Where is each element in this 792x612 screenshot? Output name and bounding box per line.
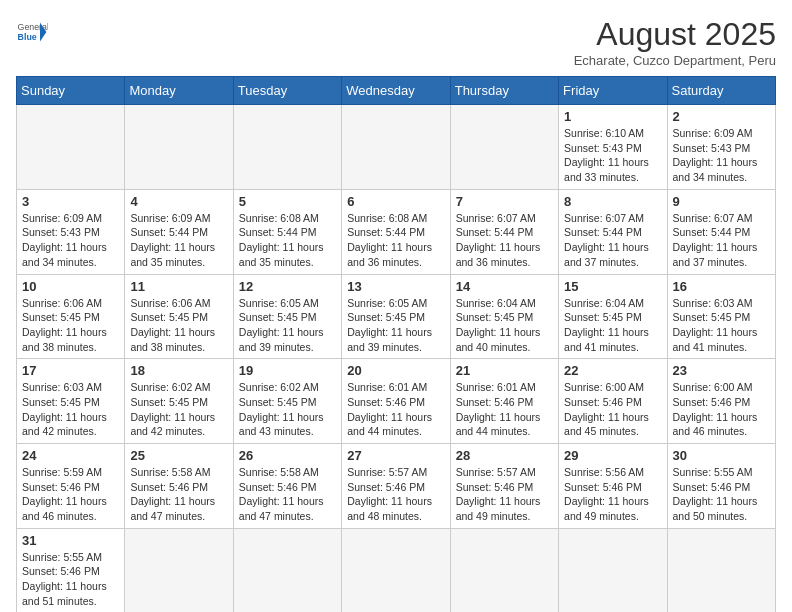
day-detail: Sunrise: 6:08 AM Sunset: 5:44 PM Dayligh… [347, 211, 444, 270]
day-detail: Sunrise: 6:05 AM Sunset: 5:45 PM Dayligh… [347, 296, 444, 355]
day-number: 13 [347, 279, 444, 294]
day-number: 31 [22, 533, 119, 548]
weekday-header-sunday: Sunday [17, 77, 125, 105]
calendar-cell [342, 105, 450, 190]
day-number: 28 [456, 448, 553, 463]
calendar-cell: 25Sunrise: 5:58 AM Sunset: 5:46 PM Dayli… [125, 444, 233, 529]
day-detail: Sunrise: 6:06 AM Sunset: 5:45 PM Dayligh… [130, 296, 227, 355]
day-detail: Sunrise: 5:55 AM Sunset: 5:46 PM Dayligh… [22, 550, 119, 609]
day-number: 12 [239, 279, 336, 294]
day-detail: Sunrise: 5:59 AM Sunset: 5:46 PM Dayligh… [22, 465, 119, 524]
calendar-cell: 29Sunrise: 5:56 AM Sunset: 5:46 PM Dayli… [559, 444, 667, 529]
day-detail: Sunrise: 6:01 AM Sunset: 5:46 PM Dayligh… [456, 380, 553, 439]
day-number: 5 [239, 194, 336, 209]
calendar-cell: 24Sunrise: 5:59 AM Sunset: 5:46 PM Dayli… [17, 444, 125, 529]
day-detail: Sunrise: 6:06 AM Sunset: 5:45 PM Dayligh… [22, 296, 119, 355]
day-detail: Sunrise: 6:02 AM Sunset: 5:45 PM Dayligh… [239, 380, 336, 439]
calendar-cell [125, 528, 233, 612]
day-number: 24 [22, 448, 119, 463]
calendar-cell: 5Sunrise: 6:08 AM Sunset: 5:44 PM Daylig… [233, 189, 341, 274]
day-detail: Sunrise: 6:00 AM Sunset: 5:46 PM Dayligh… [673, 380, 770, 439]
calendar-table: SundayMondayTuesdayWednesdayThursdayFrid… [16, 76, 776, 612]
calendar-cell: 7Sunrise: 6:07 AM Sunset: 5:44 PM Daylig… [450, 189, 558, 274]
day-number: 23 [673, 363, 770, 378]
day-detail: Sunrise: 6:09 AM Sunset: 5:43 PM Dayligh… [22, 211, 119, 270]
svg-text:Blue: Blue [18, 32, 37, 42]
calendar-cell: 11Sunrise: 6:06 AM Sunset: 5:45 PM Dayli… [125, 274, 233, 359]
calendar-cell: 28Sunrise: 5:57 AM Sunset: 5:46 PM Dayli… [450, 444, 558, 529]
location-subtitle: Echarate, Cuzco Department, Peru [574, 53, 776, 68]
calendar-cell: 12Sunrise: 6:05 AM Sunset: 5:45 PM Dayli… [233, 274, 341, 359]
calendar-week-row: 24Sunrise: 5:59 AM Sunset: 5:46 PM Dayli… [17, 444, 776, 529]
day-detail: Sunrise: 6:01 AM Sunset: 5:46 PM Dayligh… [347, 380, 444, 439]
day-detail: Sunrise: 5:58 AM Sunset: 5:46 PM Dayligh… [130, 465, 227, 524]
calendar-week-row: 3Sunrise: 6:09 AM Sunset: 5:43 PM Daylig… [17, 189, 776, 274]
day-number: 2 [673, 109, 770, 124]
day-detail: Sunrise: 6:10 AM Sunset: 5:43 PM Dayligh… [564, 126, 661, 185]
calendar-week-row: 10Sunrise: 6:06 AM Sunset: 5:45 PM Dayli… [17, 274, 776, 359]
day-number: 21 [456, 363, 553, 378]
weekday-header-monday: Monday [125, 77, 233, 105]
weekday-header-friday: Friday [559, 77, 667, 105]
calendar-cell: 30Sunrise: 5:55 AM Sunset: 5:46 PM Dayli… [667, 444, 775, 529]
calendar-cell: 3Sunrise: 6:09 AM Sunset: 5:43 PM Daylig… [17, 189, 125, 274]
day-detail: Sunrise: 6:03 AM Sunset: 5:45 PM Dayligh… [22, 380, 119, 439]
calendar-cell: 23Sunrise: 6:00 AM Sunset: 5:46 PM Dayli… [667, 359, 775, 444]
day-number: 19 [239, 363, 336, 378]
logo: General Blue [16, 16, 48, 48]
day-number: 18 [130, 363, 227, 378]
day-number: 9 [673, 194, 770, 209]
day-number: 4 [130, 194, 227, 209]
calendar-cell: 21Sunrise: 6:01 AM Sunset: 5:46 PM Dayli… [450, 359, 558, 444]
calendar-cell [450, 105, 558, 190]
calendar-cell: 8Sunrise: 6:07 AM Sunset: 5:44 PM Daylig… [559, 189, 667, 274]
calendar-cell: 22Sunrise: 6:00 AM Sunset: 5:46 PM Dayli… [559, 359, 667, 444]
day-detail: Sunrise: 6:05 AM Sunset: 5:45 PM Dayligh… [239, 296, 336, 355]
day-detail: Sunrise: 5:57 AM Sunset: 5:46 PM Dayligh… [456, 465, 553, 524]
day-number: 3 [22, 194, 119, 209]
weekday-header-tuesday: Tuesday [233, 77, 341, 105]
calendar-cell [17, 105, 125, 190]
day-detail: Sunrise: 6:09 AM Sunset: 5:44 PM Dayligh… [130, 211, 227, 270]
day-detail: Sunrise: 6:02 AM Sunset: 5:45 PM Dayligh… [130, 380, 227, 439]
calendar-week-row: 17Sunrise: 6:03 AM Sunset: 5:45 PM Dayli… [17, 359, 776, 444]
day-number: 7 [456, 194, 553, 209]
day-detail: Sunrise: 6:09 AM Sunset: 5:43 PM Dayligh… [673, 126, 770, 185]
calendar-cell: 10Sunrise: 6:06 AM Sunset: 5:45 PM Dayli… [17, 274, 125, 359]
calendar-cell: 6Sunrise: 6:08 AM Sunset: 5:44 PM Daylig… [342, 189, 450, 274]
day-detail: Sunrise: 6:08 AM Sunset: 5:44 PM Dayligh… [239, 211, 336, 270]
calendar-cell: 9Sunrise: 6:07 AM Sunset: 5:44 PM Daylig… [667, 189, 775, 274]
day-number: 30 [673, 448, 770, 463]
calendar-week-row: 31Sunrise: 5:55 AM Sunset: 5:46 PM Dayli… [17, 528, 776, 612]
calendar-cell: 15Sunrise: 6:04 AM Sunset: 5:45 PM Dayli… [559, 274, 667, 359]
day-number: 29 [564, 448, 661, 463]
weekday-header-thursday: Thursday [450, 77, 558, 105]
calendar-cell: 13Sunrise: 6:05 AM Sunset: 5:45 PM Dayli… [342, 274, 450, 359]
calendar-cell [233, 528, 341, 612]
day-detail: Sunrise: 5:56 AM Sunset: 5:46 PM Dayligh… [564, 465, 661, 524]
calendar-cell [342, 528, 450, 612]
calendar-cell: 31Sunrise: 5:55 AM Sunset: 5:46 PM Dayli… [17, 528, 125, 612]
day-detail: Sunrise: 6:04 AM Sunset: 5:45 PM Dayligh… [456, 296, 553, 355]
day-number: 1 [564, 109, 661, 124]
calendar-cell [125, 105, 233, 190]
day-number: 16 [673, 279, 770, 294]
day-number: 8 [564, 194, 661, 209]
calendar-cell: 2Sunrise: 6:09 AM Sunset: 5:43 PM Daylig… [667, 105, 775, 190]
day-number: 10 [22, 279, 119, 294]
day-detail: Sunrise: 6:07 AM Sunset: 5:44 PM Dayligh… [564, 211, 661, 270]
weekday-header-row: SundayMondayTuesdayWednesdayThursdayFrid… [17, 77, 776, 105]
calendar-cell: 16Sunrise: 6:03 AM Sunset: 5:45 PM Dayli… [667, 274, 775, 359]
day-number: 22 [564, 363, 661, 378]
calendar-cell: 17Sunrise: 6:03 AM Sunset: 5:45 PM Dayli… [17, 359, 125, 444]
title-area: August 2025 Echarate, Cuzco Department, … [574, 16, 776, 68]
calendar-cell: 18Sunrise: 6:02 AM Sunset: 5:45 PM Dayli… [125, 359, 233, 444]
day-detail: Sunrise: 5:57 AM Sunset: 5:46 PM Dayligh… [347, 465, 444, 524]
calendar-cell [667, 528, 775, 612]
calendar-cell [233, 105, 341, 190]
weekday-header-wednesday: Wednesday [342, 77, 450, 105]
calendar-cell: 26Sunrise: 5:58 AM Sunset: 5:46 PM Dayli… [233, 444, 341, 529]
calendar-cell [559, 528, 667, 612]
calendar-cell: 27Sunrise: 5:57 AM Sunset: 5:46 PM Dayli… [342, 444, 450, 529]
calendar-cell: 19Sunrise: 6:02 AM Sunset: 5:45 PM Dayli… [233, 359, 341, 444]
